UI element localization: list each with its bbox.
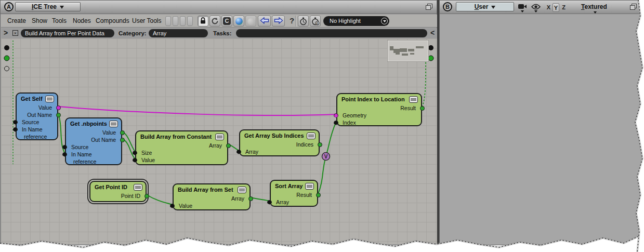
- eye-icon: [531, 4, 541, 10]
- port-label-array: Array: [276, 199, 289, 205]
- panel-a-badge: A: [4, 2, 14, 11]
- node-build-array-from-constant[interactable]: Build Array from Constant Array Size Val…: [135, 130, 228, 165]
- node-menu-icon[interactable]: [238, 187, 246, 193]
- axis-x-button[interactable]: X: [545, 3, 552, 12]
- visibility-button[interactable]: [531, 3, 541, 12]
- compound-name-field[interactable]: Build Array from Per Point Data: [21, 29, 114, 37]
- view-type-label: ICE Tree: [32, 3, 57, 10]
- restore-window-icon[interactable]: [426, 4, 432, 10]
- ice-node-canvas[interactable]: V Get Self: [1, 38, 437, 244]
- port-label-array: Array: [245, 149, 258, 155]
- category-field[interactable]: Array: [149, 29, 208, 37]
- node-build-array-from-set[interactable]: Build Array from Set Array Value: [173, 183, 251, 210]
- camera-dropdown[interactable]: User: [456, 2, 514, 11]
- chevron-down-icon: [521, 10, 524, 12]
- shading-mode-dropdown[interactable]: Textured: [581, 3, 607, 10]
- refresh-icon: [211, 17, 219, 25]
- svg-text:G: G: [316, 22, 318, 25]
- menu-user-tools[interactable]: User Tools: [131, 15, 162, 28]
- menu-nodes[interactable]: Nodes: [72, 15, 92, 28]
- restore-window-icon[interactable]: [630, 4, 637, 10]
- node-menu-icon[interactable]: [305, 183, 314, 190]
- back-button[interactable]: [258, 16, 271, 26]
- menu-show[interactable]: Show: [31, 15, 48, 28]
- port-out-value[interactable]: [56, 105, 61, 110]
- node-menu-icon[interactable]: [215, 134, 224, 140]
- stopwatch-g-icon: G: [311, 17, 320, 25]
- highlight-mode-dropdown[interactable]: No Highlight: [323, 16, 389, 26]
- port-out-pointid[interactable]: [144, 194, 149, 198]
- port-out-outname[interactable]: [120, 138, 125, 142]
- port-out-indices[interactable]: [318, 142, 322, 147]
- port-out-outname[interactable]: [56, 113, 61, 117]
- port-label-value: Value: [102, 129, 116, 136]
- camera-icon-button[interactable]: [518, 3, 527, 12]
- port-label-pointid: Point ID: [121, 193, 140, 199]
- navigator-minimap[interactable]: [388, 41, 428, 61]
- video-camera-icon: [518, 3, 527, 10]
- port-label-source: Source: [22, 119, 39, 125]
- port-label-outname: Out Name: [27, 112, 52, 118]
- edge-port-open-left: [5, 67, 9, 71]
- port-out-result[interactable]: [420, 106, 425, 111]
- port-label-value: Value: [141, 157, 155, 163]
- node-title: Point Index to Location: [337, 94, 421, 104]
- port-label-outname: Out Name: [91, 137, 116, 143]
- reference-label: reference: [24, 134, 47, 140]
- constant-button[interactable]: C: [221, 16, 232, 26]
- port-label-array: Array: [209, 142, 222, 149]
- timer-g-button[interactable]: G: [310, 16, 321, 26]
- port-label-result: Result: [296, 192, 312, 198]
- compound-bar: > × Build Array from Per Point Data Cate…: [1, 28, 437, 38]
- axis-y-button[interactable]: Y: [553, 3, 559, 12]
- viewport-titlebar[interactable]: B User X Y Z Textured: [440, 1, 643, 14]
- wire-pointid-value: [147, 195, 173, 205]
- apple-icon: [247, 18, 254, 25]
- globe-button[interactable]: [233, 16, 244, 26]
- view-type-dropdown[interactable]: ICE Tree: [15, 2, 81, 11]
- port-label-value: Value: [179, 203, 192, 209]
- timer-button[interactable]: [298, 16, 309, 26]
- tasks-field[interactable]: [236, 29, 427, 37]
- menu-tools[interactable]: Tools: [51, 15, 68, 28]
- menu-create[interactable]: Create: [6, 15, 27, 28]
- highlight-mode-value: No Highlight: [330, 18, 361, 24]
- pass-through-node[interactable]: V: [322, 153, 330, 161]
- port-label-value: Value: [38, 104, 52, 111]
- port-label-geometry: Geometry: [343, 112, 366, 118]
- apple-button-disabled: [245, 16, 256, 26]
- lock-button[interactable]: [198, 16, 208, 26]
- tasks-label: Tasks:: [213, 28, 232, 38]
- port-out-array[interactable]: [248, 196, 253, 201]
- node-get-nbpoints[interactable]: Get .nbpoints Value Out Name Source In N…: [65, 117, 122, 165]
- port-out-result[interactable]: [316, 193, 321, 197]
- port-out-array[interactable]: [226, 143, 231, 148]
- node-menu-icon[interactable]: [134, 184, 142, 191]
- menu-compounds[interactable]: Compounds: [95, 15, 130, 28]
- port-label-indices: Indices: [296, 141, 313, 148]
- node-get-point-id[interactable]: Get Point ID Point ID: [89, 181, 147, 202]
- node-menu-icon[interactable]: [409, 96, 418, 103]
- node-menu-icon[interactable]: [109, 121, 118, 127]
- node-menu-icon[interactable]: [45, 96, 54, 102]
- back-arrow-icon: [260, 17, 269, 24]
- collapse-arrow[interactable]: <: [430, 28, 435, 38]
- toolbar-divider: [295, 16, 296, 26]
- forward-button[interactable]: [272, 16, 285, 26]
- node-get-array-sub-indices[interactable]: Get Array Sub Indices Indices Array: [239, 129, 320, 156]
- chevron-down-icon: [60, 6, 64, 9]
- node-menu-icon[interactable]: [307, 132, 316, 139]
- axis-z-button[interactable]: Z: [560, 3, 567, 12]
- node-point-index-to-location[interactable]: Point Index to Location Result Geometry …: [336, 93, 422, 126]
- port-out-value[interactable]: [120, 130, 125, 135]
- expand-arrow[interactable]: >: [4, 28, 8, 38]
- refresh-button[interactable]: [209, 16, 220, 26]
- chevron-down-icon: [491, 6, 495, 9]
- port-label-array: Array: [231, 195, 244, 202]
- ice-titlebar[interactable]: A ICE Tree: [1, 1, 437, 14]
- port-label-inname: In Name: [22, 126, 43, 132]
- node-get-self[interactable]: Get Self Value Out Name Source In Name r…: [16, 92, 58, 140]
- close-compound-icon[interactable]: ×: [12, 30, 18, 36]
- node-sort-array[interactable]: Sort Array Result Array: [270, 180, 318, 207]
- viewport-panel: B User X Y Z Textured: [439, 0, 644, 245]
